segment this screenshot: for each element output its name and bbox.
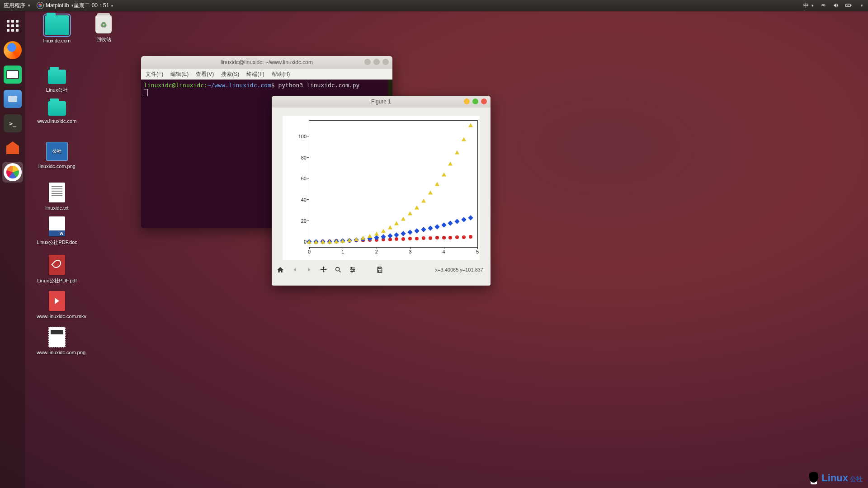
data-point (429, 236, 432, 240)
terminal-command: python3 linuxidc.com.py (275, 82, 360, 89)
svg-point-2 (336, 267, 340, 271)
desktop-png-thumb[interactable]: 公社linuxidc.com.png (37, 142, 77, 169)
battery-icon[interactable] (845, 2, 852, 9)
data-point (415, 205, 419, 209)
close-button[interactable] (481, 99, 487, 104)
prompt-symbol: $ (271, 82, 275, 89)
back-button[interactable] (291, 266, 299, 274)
data-point (394, 232, 399, 237)
folder-icon (48, 101, 66, 116)
watermark: Linux公社 (808, 472, 863, 484)
data-point (408, 230, 413, 235)
volume-icon[interactable] (833, 2, 839, 9)
menu-file[interactable]: 文件(F) (146, 70, 163, 78)
figure-window[interactable]: Figure 1 020406080100012345 x=3.40065 y=… (272, 96, 491, 286)
desktop-doc[interactable]: Linux公社PDF.doc (37, 216, 77, 246)
terminal-titlebar[interactable]: linuxidc@linuxidc: ~/www.linuxidc.com (141, 56, 392, 69)
video-file-icon (49, 291, 65, 311)
home-button[interactable] (276, 266, 284, 274)
data-point (395, 237, 398, 241)
data-point (408, 211, 412, 216)
maximize-button[interactable] (472, 99, 478, 104)
active-app-menu[interactable]: Matplotlib▾ (37, 2, 74, 9)
desktop-trash[interactable]: 回收站 (83, 15, 124, 43)
maximize-button[interactable] (373, 59, 380, 65)
dock-firefox[interactable] (2, 40, 23, 61)
desktop-pdf[interactable]: Linux公社PDF.pdf (37, 255, 77, 284)
desktop-txt[interactable]: linuxidc.txt (37, 183, 77, 211)
terminal-cursor (144, 89, 148, 96)
files-icon (4, 90, 22, 108)
menu-terminal[interactable]: 终端(T) (246, 70, 264, 78)
data-point (469, 235, 472, 239)
software-icon (4, 139, 22, 157)
svg-point-3 (351, 267, 352, 269)
menu-view[interactable]: 查看(V) (196, 70, 214, 78)
trash-icon (95, 15, 112, 33)
data-point (368, 234, 372, 238)
svg-point-4 (353, 269, 354, 271)
data-point (462, 235, 466, 239)
cursor-coordinates: x=3.40065 y=101.837 (435, 267, 483, 272)
data-point (421, 198, 426, 202)
data-point (442, 173, 446, 177)
desktop-mkv[interactable]: www.linuxidc.com.mkv (37, 291, 77, 319)
wifi-icon[interactable] (820, 2, 826, 9)
minimize-button[interactable] (364, 59, 371, 65)
dock-software[interactable] (2, 137, 23, 158)
dock (0, 11, 25, 488)
data-point (374, 231, 379, 235)
data-point (422, 236, 425, 240)
figure-titlebar[interactable]: Figure 1 (272, 96, 491, 108)
matplotlib-dock-icon (4, 163, 22, 181)
pan-button[interactable] (320, 266, 328, 274)
image-icon: 公社 (46, 142, 68, 161)
zoom-button[interactable] (334, 266, 342, 274)
dock-matplotlib[interactable] (2, 162, 23, 183)
data-point (455, 150, 459, 154)
minimize-button[interactable] (464, 99, 470, 104)
ime-indicator[interactable]: 中▾ (803, 2, 814, 9)
figure-canvas[interactable]: 020406080100012345 (283, 116, 480, 260)
terminal-title: linuxidc@linuxidc: ~/www.linuxidc.com (221, 59, 313, 66)
terminal-menubar: 文件(F) 编辑(E) 查看(V) 搜索(S) 终端(T) 帮助(H) (141, 69, 392, 80)
icon-label: linuxidc.com.png (37, 164, 77, 169)
desktop[interactable]: linuxidc.com 回收站 Linux公社 www.linuxidc.co… (25, 11, 868, 488)
menu-search[interactable]: 搜索(S) (221, 70, 239, 78)
icon-label: 回收站 (83, 36, 124, 43)
menu-edit[interactable]: 编辑(E) (170, 70, 189, 78)
dock-screenshot[interactable] (2, 64, 23, 85)
desktop-folder-linuxgs[interactable]: Linux公社 (37, 70, 77, 94)
firefox-icon (4, 41, 22, 59)
data-point (347, 238, 352, 242)
system-menu-icon[interactable]: ▾ (858, 2, 864, 9)
data-point (435, 236, 439, 239)
menu-help[interactable]: 帮助(H) (272, 70, 290, 78)
data-point (321, 240, 325, 244)
close-button[interactable] (382, 59, 389, 65)
svg-rect-6 (378, 267, 381, 268)
data-point (401, 237, 405, 241)
figure-toolbar: x=3.40065 y=101.837 (272, 263, 491, 277)
applications-menu[interactable]: 应用程序▾ (4, 2, 30, 9)
figure-title: Figure 1 (371, 99, 391, 105)
data-point (394, 221, 399, 225)
configure-button[interactable] (349, 266, 357, 274)
data-point (381, 229, 386, 233)
desktop-folder-www[interactable]: www.linuxidc.com (37, 101, 77, 124)
save-button[interactable] (376, 266, 384, 274)
icon-label: linuxidc.com (37, 38, 77, 43)
desktop-png2[interactable]: www.linuxidc.com.png (37, 327, 77, 355)
show-applications-button[interactable] (2, 15, 23, 36)
data-point (448, 162, 453, 166)
data-point (354, 237, 359, 241)
forward-button[interactable] (305, 266, 313, 274)
dock-terminal[interactable] (2, 113, 23, 134)
data-point (387, 233, 392, 238)
clock[interactable]: 星期二 00：51 ● (74, 2, 803, 9)
pdf-file-icon (49, 255, 65, 275)
data-point (428, 225, 433, 230)
dock-files[interactable] (2, 89, 23, 109)
desktop-folder-linuxidc[interactable]: linuxidc.com (37, 15, 77, 43)
data-point (340, 239, 345, 243)
